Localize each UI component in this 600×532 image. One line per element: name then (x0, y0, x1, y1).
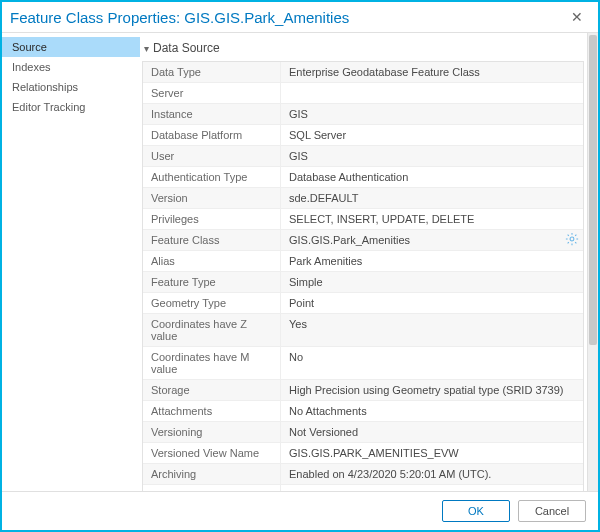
scrollbar-thumb[interactable] (589, 35, 597, 345)
main-panel: ▾ Data Source Data TypeEnterprise Geodat… (140, 33, 598, 491)
property-name: Privileges (143, 209, 281, 229)
property-value: Enabled on 4/23/2020 5:20:01 AM (UTC). (281, 464, 583, 484)
vertical-scrollbar[interactable] (587, 33, 598, 491)
table-row: AttachmentsNo Attachments (143, 401, 583, 422)
table-row: UserGIS (143, 146, 583, 167)
sidebar-item-relationships[interactable]: Relationships (2, 77, 140, 97)
property-name: Server (143, 83, 281, 103)
property-name: Attachments (143, 401, 281, 421)
property-value: No (281, 347, 583, 379)
property-value: SELECT, INSERT, UPDATE, DELETE (281, 209, 583, 229)
dialog-title: Feature Class Properties: GIS.GIS.Park_A… (10, 9, 564, 26)
table-row: ArchivingEnabled on 4/23/2020 5:20:01 AM… (143, 464, 583, 485)
sidebar-item-source[interactable]: Source (2, 37, 140, 57)
property-name: Geometry Type (143, 293, 281, 313)
property-value: Database Authentication (281, 167, 583, 187)
property-value: Point (281, 293, 583, 313)
table-row: Versionsde.DEFAULT (143, 188, 583, 209)
dialog-body: Source Indexes Relationships Editor Trac… (2, 33, 598, 491)
sidebar-item-indexes[interactable]: Indexes (2, 57, 140, 77)
gear-icon[interactable] (565, 232, 579, 246)
property-value: Simple (281, 272, 583, 292)
property-value: Not Versioned (281, 422, 583, 442)
data-source-grid: Data TypeEnterprise Geodatabase Feature … (142, 61, 584, 491)
property-name: Coordinates have M value (143, 347, 281, 379)
property-value: GIS (281, 146, 583, 166)
chevron-down-icon: ▾ (144, 43, 149, 54)
property-value: No Attachments (281, 401, 583, 421)
property-value: sde.DEFAULT (281, 188, 583, 208)
property-value: GIS.GIS.Park_Amenities (281, 485, 583, 491)
property-name: Instance (143, 104, 281, 124)
sidebar-item-label: Relationships (12, 81, 78, 93)
table-row: Coordinates have M valueNo (143, 347, 583, 380)
property-value: GIS (281, 104, 583, 124)
property-name: Archiving (143, 464, 281, 484)
table-row: Server (143, 83, 583, 104)
property-name: Storage (143, 380, 281, 400)
property-name: Data Type (143, 62, 281, 82)
table-row: Versioned View NameGIS.GIS.PARK_AMENITIE… (143, 443, 583, 464)
sidebar-item-label: Editor Tracking (12, 101, 85, 113)
table-row: Coordinates have Z valueYes (143, 314, 583, 347)
table-row: AliasPark Amenities (143, 251, 583, 272)
property-value: Yes (281, 314, 583, 346)
property-value: GIS.GIS.PARK_AMENITIES_EVW (281, 443, 583, 463)
sidebar-item-label: Indexes (12, 61, 51, 73)
property-name: Feature Class (143, 230, 281, 250)
property-name: Version (143, 188, 281, 208)
property-value: Park Amenities (281, 251, 583, 271)
table-row: Authentication TypeDatabase Authenticati… (143, 167, 583, 188)
table-row: StorageHigh Precision using Geometry spa… (143, 380, 583, 401)
property-name: Versioning (143, 422, 281, 442)
property-value: High Precision using Geometry spatial ty… (281, 380, 583, 400)
property-name: User (143, 146, 281, 166)
ok-button[interactable]: OK (442, 500, 510, 522)
property-name: Archive Name (143, 485, 281, 491)
svg-point-0 (570, 237, 574, 241)
property-value: SQL Server (281, 125, 583, 145)
table-row: Geometry TypePoint (143, 293, 583, 314)
feature-class-properties-dialog: Feature Class Properties: GIS.GIS.Park_A… (0, 0, 600, 532)
close-icon[interactable]: ✕ (564, 9, 590, 25)
table-row: Archive NameGIS.GIS.Park_Amenities (143, 485, 583, 491)
property-value: Enterprise Geodatabase Feature Class (281, 62, 583, 82)
titlebar: Feature Class Properties: GIS.GIS.Park_A… (2, 2, 598, 33)
property-value (281, 83, 583, 103)
sidebar-item-label: Source (12, 41, 47, 53)
table-row: InstanceGIS (143, 104, 583, 125)
table-row: Feature ClassGIS.GIS.Park_Amenities (143, 230, 583, 251)
dialog-footer: OK Cancel (2, 491, 598, 530)
table-row: Data TypeEnterprise Geodatabase Feature … (143, 62, 583, 83)
property-name: Feature Type (143, 272, 281, 292)
sidebar-item-editor-tracking[interactable]: Editor Tracking (2, 97, 140, 117)
sidebar: Source Indexes Relationships Editor Trac… (2, 33, 140, 491)
property-name: Database Platform (143, 125, 281, 145)
section-title: Data Source (153, 41, 220, 55)
table-row: Feature TypeSimple (143, 272, 583, 293)
property-name: Authentication Type (143, 167, 281, 187)
section-header-data-source[interactable]: ▾ Data Source (142, 39, 584, 61)
cancel-button[interactable]: Cancel (518, 500, 586, 522)
table-row: VersioningNot Versioned (143, 422, 583, 443)
property-name: Versioned View Name (143, 443, 281, 463)
property-name: Alias (143, 251, 281, 271)
table-row: Database PlatformSQL Server (143, 125, 583, 146)
property-value: GIS.GIS.Park_Amenities (281, 230, 583, 250)
table-row: PrivilegesSELECT, INSERT, UPDATE, DELETE (143, 209, 583, 230)
property-name: Coordinates have Z value (143, 314, 281, 346)
